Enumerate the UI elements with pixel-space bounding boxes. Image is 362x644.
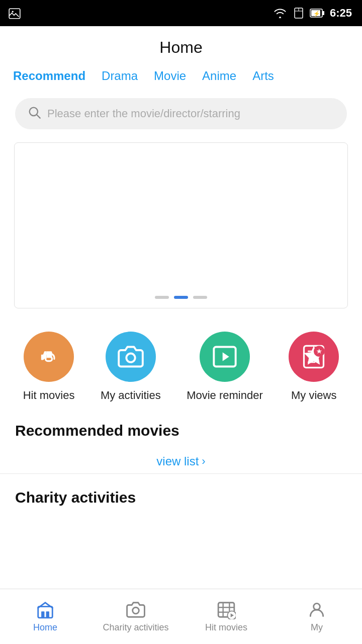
recommended-title: Recommended movies [15, 422, 179, 439]
status-time: 6:25 [330, 7, 352, 20]
search-placeholder: Please enter the movie/director/starring [47, 107, 240, 120]
home-nav-icon [36, 600, 55, 619]
charity-activities-section: Charity activities [0, 479, 362, 511]
charity-title: Charity activities [15, 489, 136, 506]
quick-menu: Hit movies My activities Movie reminder [0, 313, 362, 412]
svg-rect-18 [46, 611, 49, 618]
quick-item-my-activities[interactable]: My activities [101, 332, 161, 402]
tab-anime[interactable]: Anime [199, 67, 239, 85]
nav-item-hit-movies[interactable]: Hit movies [181, 600, 272, 633]
my-activities-icon [106, 332, 156, 382]
banner-dot-2[interactable] [174, 296, 188, 299]
search-icon [27, 105, 41, 122]
nav-item-home[interactable]: Home [0, 600, 90, 633]
nav-charity-label: Charity activities [103, 622, 168, 633]
app-header: Home [0, 26, 362, 62]
image-icon [8, 7, 21, 20]
svg-point-19 [133, 607, 139, 614]
view-list-link[interactable]: view list › [156, 454, 205, 468]
sim-icon [293, 7, 305, 19]
search-bar-wrapper: Please enter the movie/director/starring [0, 90, 362, 137]
section-divider [0, 473, 362, 474]
banner-carousel [14, 142, 348, 308]
svg-rect-17 [41, 611, 44, 618]
category-tabs: Recommend Drama Movie Anime Arts [0, 62, 362, 90]
nav-item-my[interactable]: My [272, 600, 362, 633]
hit-movies-icon [24, 332, 74, 382]
quick-item-hit-movies[interactable]: Hit movies [23, 332, 75, 402]
quick-item-my-views[interactable]: My views [289, 332, 339, 402]
my-views-icon [289, 332, 339, 382]
tab-drama[interactable]: Drama [99, 67, 141, 85]
nav-hit-movies-label: Hit movies [205, 622, 247, 633]
svg-rect-6 [322, 11, 324, 15]
svg-point-27 [314, 603, 320, 610]
status-bar-left-icons [8, 7, 21, 22]
svg-point-1 [12, 11, 14, 13]
hit-movies-nav-icon [217, 600, 236, 619]
page-title: Home [159, 38, 202, 56]
status-bar: ⚡ 6:25 [0, 0, 362, 26]
tab-recommend[interactable]: Recommend [10, 67, 88, 85]
battery-icon: ⚡ [310, 8, 325, 19]
charity-nav-icon [126, 600, 145, 619]
my-views-label: My views [291, 389, 336, 402]
recommended-movies-section: Recommended movies [0, 412, 362, 444]
hit-movies-label: Hit movies [23, 389, 75, 402]
view-list-wrapper: view list › [0, 444, 362, 473]
svg-point-12 [126, 354, 135, 362]
nav-my-label: My [311, 622, 323, 633]
tab-movie[interactable]: Movie [151, 67, 189, 85]
nav-item-charity[interactable]: Charity activities [90, 600, 181, 633]
banner-dots [155, 296, 207, 299]
quick-item-movie-reminder[interactable]: Movie reminder [187, 332, 263, 402]
chevron-right-icon: › [202, 455, 205, 468]
svg-rect-16 [38, 607, 53, 618]
svg-line-10 [37, 115, 40, 118]
nav-home-label: Home [33, 622, 57, 633]
movie-reminder-icon [200, 332, 250, 382]
tab-arts[interactable]: Arts [249, 67, 277, 85]
banner-dot-3 [193, 296, 207, 299]
view-list-text: view list [156, 454, 199, 468]
movie-reminder-label: Movie reminder [187, 389, 263, 402]
banner-dot-1 [155, 296, 169, 299]
my-nav-icon [307, 600, 326, 619]
bottom-nav: Home Charity activities Hit movies My [0, 589, 362, 644]
my-activities-label: My activities [101, 389, 161, 402]
svg-text:⚡: ⚡ [313, 10, 320, 17]
wifi-icon [273, 7, 288, 19]
search-bar[interactable]: Please enter the movie/director/starring [15, 98, 347, 129]
svg-rect-11 [41, 355, 43, 360]
